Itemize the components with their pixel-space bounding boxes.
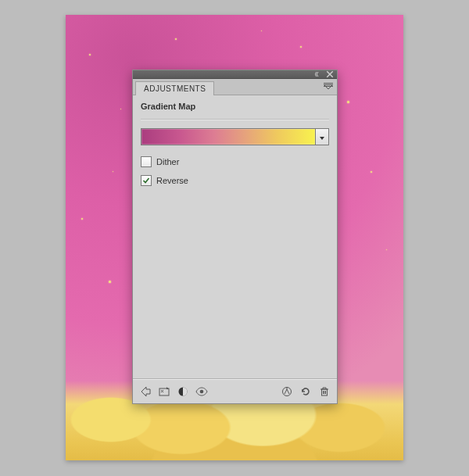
panel-body-spacer — [141, 194, 329, 374]
gradient-picker-dropdown[interactable] — [316, 128, 329, 145]
reset-button[interactable] — [296, 383, 315, 400]
dither-row: Dither — [141, 156, 329, 167]
chevron-down-icon — [320, 132, 324, 141]
visibility-button[interactable] — [192, 383, 211, 400]
reverse-row: Reverse — [141, 175, 329, 186]
gradient-preview[interactable] — [141, 128, 316, 145]
reverse-checkbox[interactable] — [141, 175, 152, 186]
divider — [141, 119, 329, 120]
panel-chrome[interactable] — [133, 70, 337, 79]
star — [371, 171, 372, 173]
clip-to-layer-button[interactable] — [277, 383, 296, 400]
star — [109, 281, 111, 283]
reverse-label: Reverse — [156, 176, 188, 185]
collapse-icon[interactable] — [315, 71, 323, 77]
gradient-row — [141, 128, 329, 145]
panel-menu-icon[interactable] — [323, 81, 334, 92]
layer-mask-icon — [177, 385, 189, 398]
back-arrow-icon — [139, 385, 152, 398]
panel-tab-bar: ADJUSTMENTS — [133, 79, 337, 95]
adjustments-panel: ADJUSTMENTS Gradient Map Dither — [132, 70, 338, 404]
clip-to-layer-icon — [281, 385, 293, 398]
trash-icon — [318, 385, 331, 398]
tab-adjustments[interactable]: ADJUSTMENTS — [135, 81, 214, 95]
expand-view-icon — [158, 385, 170, 398]
svg-rect-1 — [324, 84, 333, 85]
star — [300, 46, 302, 48]
star — [347, 101, 349, 103]
section-title: Gradient Map — [141, 102, 329, 111]
star — [89, 54, 91, 55]
checkmark-icon — [142, 177, 150, 184]
star — [386, 249, 387, 250]
layer-mask-button[interactable] — [174, 383, 192, 400]
star — [113, 171, 113, 172]
delete-button[interactable] — [315, 383, 334, 400]
star — [81, 218, 83, 220]
svg-rect-2 — [324, 86, 333, 87]
dither-label: Dither — [156, 157, 179, 166]
svg-rect-0 — [324, 83, 333, 84]
svg-marker-3 — [320, 137, 324, 140]
star — [120, 109, 121, 109]
panel-body: Gradient Map Dither Reverse — [133, 95, 337, 378]
expand-view-button[interactable] — [155, 383, 174, 400]
back-button[interactable] — [136, 383, 155, 400]
tab-label: ADJUSTMENTS — [144, 84, 206, 93]
close-icon[interactable] — [326, 71, 334, 77]
reset-icon — [299, 385, 312, 398]
svg-point-6 — [200, 390, 204, 394]
dither-checkbox[interactable] — [141, 156, 152, 167]
panel-footer — [133, 380, 337, 403]
star — [175, 38, 177, 40]
star — [261, 30, 262, 31]
eye-icon — [195, 385, 208, 398]
